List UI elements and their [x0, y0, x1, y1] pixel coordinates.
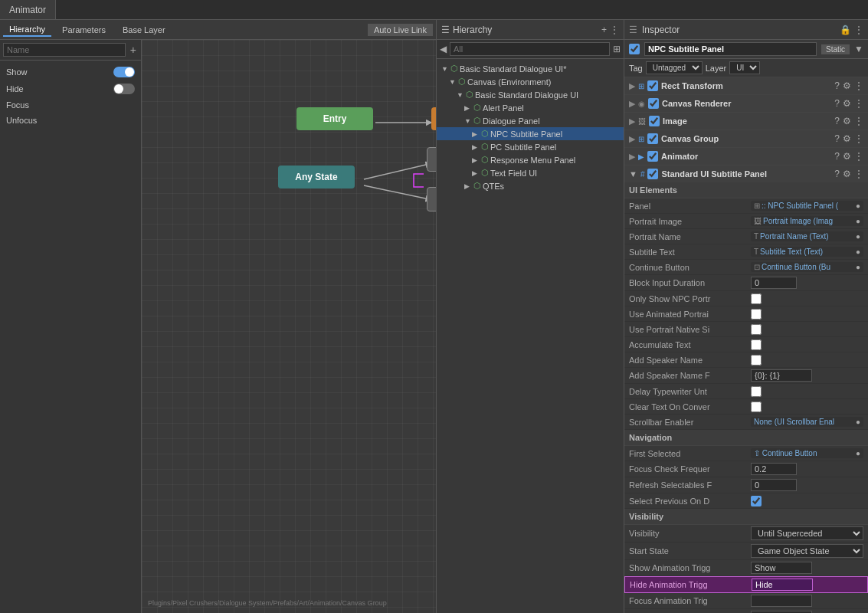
layer-select[interactable]: UI: [729, 61, 760, 74]
sidebar-item-focus[interactable]: Focus: [0, 97, 141, 113]
prop-add-speaker-format-value[interactable]: [751, 369, 812, 382]
sidebar-search-input[interactable]: [3, 43, 126, 57]
rect-menu-btn[interactable]: ⋮: [854, 80, 863, 91]
state-start[interactable]: Start: [431, 107, 436, 130]
standard-ui-info-btn[interactable]: ?: [834, 169, 840, 179]
show-toggle[interactable]: [113, 67, 135, 77]
hide-toggle[interactable]: [113, 84, 135, 94]
animator-gear-btn[interactable]: ⚙: [843, 151, 851, 162]
rect-checkbox[interactable]: [647, 80, 658, 91]
canvas-renderer-header[interactable]: ▶ ◉ Canvas Renderer ? ⚙ ⋮: [624, 95, 868, 112]
prop-select-previous-checkbox[interactable]: [751, 496, 762, 506]
prop-scrollbar-enabler-value[interactable]: None (UI Scrollbar Enal ●: [751, 417, 863, 427]
prop-delay-typewriter-checkbox[interactable]: [751, 386, 762, 397]
image-menu-btn[interactable]: ⋮: [854, 116, 863, 126]
prop-accumulate-text-checkbox[interactable]: [751, 339, 762, 350]
canvas-renderer-expand-icon: ▶: [629, 99, 635, 109]
canvas-renderer-gear-btn[interactable]: ⚙: [843, 98, 851, 109]
prop-portrait-image-value[interactable]: 🖼 Portrait Image (Imag ●: [751, 216, 863, 226]
component-name-input[interactable]: [644, 42, 817, 56]
prop-clear-text-checkbox[interactable]: [751, 402, 762, 412]
animator-info-btn[interactable]: ?: [834, 151, 840, 162]
prop-visibility-select[interactable]: Until Superceded: [751, 526, 863, 540]
auto-live-link-btn[interactable]: Auto Live Link: [368, 24, 433, 36]
prop-use-portrait-native-checkbox[interactable]: [751, 324, 762, 335]
state-entry[interactable]: Entry: [296, 107, 373, 130]
standard-ui-header[interactable]: ▼ # Standard UI Subtitle Panel ? ⚙ ⋮: [624, 166, 868, 182]
prop-first-selected-value[interactable]: ⇧ Continue Button ●: [751, 448, 863, 458]
image-header[interactable]: ▶ 🖼 Image ? ⚙ ⋮: [624, 113, 868, 129]
sidebar-add-btn[interactable]: +: [129, 44, 138, 56]
tree-pc-subtitle[interactable]: ▶ ⬡ PC Subtitle Panel: [437, 140, 624, 153]
inspector-lock-btn[interactable]: 🔒: [840, 25, 851, 35]
parameters-tab[interactable]: Parameters: [56, 24, 112, 36]
inspector-header-icons: 🔒 ⋮: [840, 25, 863, 35]
prop-use-animated: Use Animated Portrai: [624, 306, 868, 322]
image-checkbox[interactable]: [649, 116, 660, 126]
prop-hide-anim-trig-label: Hide Animation Trigg: [630, 580, 748, 589]
state-show[interactable]: Show: [427, 147, 436, 172]
canvas-group-header[interactable]: ▶ ⊞ Canvas Group ? ⚙ ⋮: [624, 130, 868, 147]
prop-continue-btn-value[interactable]: ⊡ Continue Button (Bu ●: [751, 262, 863, 272]
prop-block-input-value[interactable]: [751, 277, 797, 289]
rect-transform-section: ▶ ⊞ Rect Transform ? ⚙ ⋮: [624, 77, 868, 95]
canvas-group-menu-btn[interactable]: ⋮: [854, 133, 863, 144]
prop-focus-anim-trig-value[interactable]: [751, 595, 812, 607]
canvas-group-info-btn[interactable]: ?: [834, 133, 840, 144]
rect-transform-header[interactable]: ▶ ⊞ Rect Transform ? ⚙ ⋮: [624, 77, 868, 94]
inspector-menu-btn[interactable]: ⋮: [854, 25, 863, 35]
canvas-renderer-checkbox[interactable]: [648, 98, 659, 109]
animator-menu-btn[interactable]: ⋮: [854, 151, 863, 162]
sidebar-item-hide[interactable]: Hide: [0, 80, 141, 97]
tree-response-menu[interactable]: ▶ ⬡ Response Menu Panel: [437, 153, 624, 166]
sidebar-item-show[interactable]: Show: [0, 64, 141, 80]
hierarchy-add-btn[interactable]: +: [601, 25, 607, 35]
hierarchy-menu-btn[interactable]: ⋮: [610, 25, 619, 35]
sidebar-item-unfocus[interactable]: Unfocus: [0, 113, 141, 128]
canvas-renderer-info-btn[interactable]: ?: [834, 98, 840, 109]
standard-ui-checkbox[interactable]: [647, 169, 658, 179]
animator-header[interactable]: ▶ ▶ Animator ? ⚙ ⋮: [624, 148, 868, 165]
tree-basic-standard[interactable]: ▼ ⬡ Basic Standard Dialogue UI*: [437, 62, 624, 75]
hierarchy-back-btn[interactable]: ◀: [440, 44, 447, 54]
image-gear-btn[interactable]: ⚙: [843, 116, 851, 126]
state-any-state[interactable]: Any State: [278, 166, 355, 188]
tree-canvas-env[interactable]: ▼ ⬡ Canvas (Environment): [437, 75, 624, 88]
tag-select[interactable]: Untagged: [646, 61, 703, 74]
canvas-renderer-menu-btn[interactable]: ⋮: [854, 98, 863, 109]
canvas-group-checkbox[interactable]: [647, 133, 658, 144]
tree-npc-subtitle[interactable]: ▶ ⬡ NPC Subtitle Panel: [437, 127, 624, 140]
hierarchy-search-input[interactable]: [450, 42, 610, 56]
prop-start-state: Start State Game Object State: [624, 543, 868, 560]
active-checkbox[interactable]: [629, 44, 640, 54]
rect-gear-btn[interactable]: ⚙: [843, 80, 851, 91]
prop-panel-value[interactable]: ⊞ :: NPC Subtitle Panel ( ●: [751, 201, 863, 211]
standard-ui-menu-btn[interactable]: ⋮: [854, 169, 863, 179]
standard-ui-gear-btn[interactable]: ⚙: [843, 169, 851, 179]
prop-portrait-name-value[interactable]: T Portrait Name (Text) ●: [751, 231, 863, 241]
prop-only-show-npc-checkbox[interactable]: [751, 293, 762, 304]
rect-info-btn[interactable]: ?: [834, 80, 840, 91]
prop-add-speaker-name-checkbox[interactable]: [751, 355, 762, 366]
static-dropdown-btn[interactable]: ▼: [854, 44, 863, 54]
tree-qtes[interactable]: ▶ ⬡ QTEs: [437, 179, 624, 192]
prop-hide-anim-trig-value[interactable]: [752, 579, 813, 591]
hierarchy-scene-btn[interactable]: ⊞: [613, 44, 621, 54]
prop-refresh-selectables-value[interactable]: [751, 479, 797, 491]
prop-focus-check-value[interactable]: [751, 463, 797, 475]
image-info-btn[interactable]: ?: [834, 116, 840, 126]
animator-graph[interactable]: Entry Start Any State Show Hide Plugins/…: [142, 40, 436, 613]
prop-show-anim-trig-value[interactable]: [751, 562, 812, 574]
prop-start-state-select[interactable]: Game Object State: [751, 544, 863, 558]
tree-dialogue-panel[interactable]: ▼ ⬡ Dialogue Panel: [437, 114, 624, 127]
tree-text-field[interactable]: ▶ ⬡ Text Field UI: [437, 166, 624, 179]
tree-basic-standard-2[interactable]: ▼ ⬡ Basic Standard Dialogue UI: [437, 88, 624, 101]
layers-tab[interactable]: Hierarchy: [3, 23, 51, 37]
state-hide[interactable]: Hide: [427, 187, 436, 211]
animator-tab[interactable]: Animator: [0, 0, 56, 19]
canvas-group-gear-btn[interactable]: ⚙: [843, 133, 851, 144]
tree-alert-panel[interactable]: ▶ ⬡ Alert Panel: [437, 101, 624, 114]
prop-subtitle-text-value[interactable]: T Subtitle Text (Text) ●: [751, 247, 863, 257]
animator-checkbox[interactable]: [647, 151, 658, 162]
prop-use-animated-checkbox[interactable]: [751, 309, 762, 320]
